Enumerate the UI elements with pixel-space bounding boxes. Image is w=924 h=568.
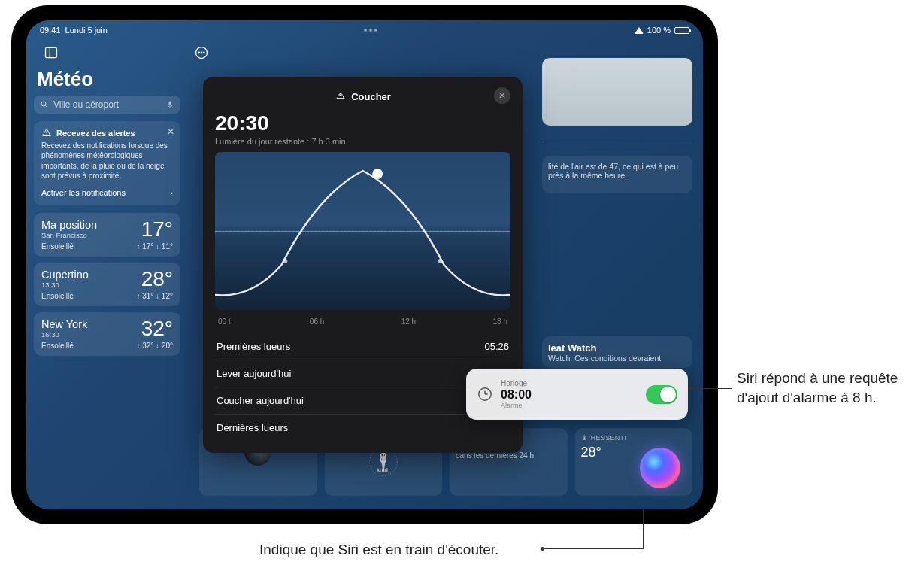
wind-value: 8 bbox=[377, 451, 389, 466]
more-icon[interactable] bbox=[190, 43, 213, 62]
sunset-time: 20:30 bbox=[215, 111, 510, 135]
svg-point-13 bbox=[438, 259, 443, 263]
divider bbox=[542, 141, 692, 141]
callout-line bbox=[541, 548, 643, 549]
city-name: New York bbox=[41, 318, 87, 330]
alert-body: Recevez des notifications lorsque des ph… bbox=[41, 141, 168, 181]
battery-icon bbox=[674, 27, 689, 34]
close-icon[interactable]: ✕ bbox=[167, 126, 174, 138]
svg-point-6 bbox=[41, 102, 46, 106]
sidebar-toggle-icon[interactable] bbox=[40, 43, 62, 62]
ipad-frame: 09:41 Lundi 5 juin 100 % Météo bbox=[11, 5, 718, 524]
sunset-icon bbox=[335, 90, 347, 102]
mic-icon[interactable] bbox=[165, 100, 174, 109]
screen: 09:41 Lundi 5 juin 100 % Météo bbox=[26, 20, 703, 509]
sun-marker bbox=[372, 169, 383, 179]
callout-alarm: Siri répond à une requête d'ajout d'alar… bbox=[737, 369, 910, 407]
svg-rect-8 bbox=[169, 102, 171, 106]
map-thumbnail[interactable] bbox=[542, 58, 692, 126]
alert-card[interactable]: ✕ Recevez des alertes Recevez des notifi… bbox=[34, 121, 180, 205]
panel-title-text: Coucher bbox=[351, 91, 391, 102]
city-card[interactable]: Cupertino 13:30 28° Ensoleillé ↑ 31° ↓ 1… bbox=[34, 263, 180, 306]
alarm-label: Alarme bbox=[501, 402, 638, 409]
svg-rect-0 bbox=[46, 47, 57, 57]
multitask-indicator[interactable] bbox=[364, 29, 377, 32]
close-button[interactable]: ✕ bbox=[494, 87, 510, 104]
sun-row-label: Dernières lueurs bbox=[217, 422, 288, 433]
clock-icon bbox=[477, 386, 493, 402]
chevron-right-icon: › bbox=[170, 187, 173, 199]
svg-point-4 bbox=[201, 52, 202, 53]
callout-line bbox=[690, 388, 732, 389]
alert-cta[interactable]: Activer les notifications › bbox=[41, 187, 173, 199]
heat-watch-sub: Watch. Ces conditions devraient bbox=[548, 354, 686, 363]
status-bar: 09:41 Lundi 5 juin 100 % bbox=[26, 20, 703, 37]
wind-unit: km/h bbox=[377, 466, 389, 473]
alarm-time: 08:00 bbox=[501, 388, 638, 402]
city-hilo: ↑ 17° ↓ 11° bbox=[136, 242, 173, 251]
alert-title: Recevez des alertes bbox=[56, 128, 135, 139]
daylight-remaining: Lumière du jour restante : 7 h 3 min bbox=[215, 137, 510, 146]
aqi-text: lité de l'air est de 47, ce qui est à pe… bbox=[548, 162, 686, 180]
siri-app-label: Horloge bbox=[501, 379, 638, 387]
city-sub: 13:30 bbox=[41, 281, 89, 289]
city-sub: 16:30 bbox=[41, 330, 87, 339]
city-hilo: ↑ 32° ↓ 20° bbox=[136, 342, 173, 350]
city-name: Ma position bbox=[41, 219, 97, 231]
horizon-line bbox=[215, 231, 510, 232]
svg-line-7 bbox=[46, 106, 48, 108]
wifi-icon bbox=[635, 27, 644, 34]
sun-row-label: Premières lueurs bbox=[217, 341, 290, 352]
siri-orb[interactable] bbox=[640, 448, 680, 488]
sun-row-label: Lever aujourd'hui bbox=[217, 368, 291, 379]
callout-siri-listening: Indique que Siri est en train d'écouter. bbox=[259, 540, 498, 560]
siri-response-card[interactable]: Horloge 08:00 Alarme bbox=[466, 369, 688, 420]
city-name: Cupertino bbox=[41, 269, 89, 281]
sidebar: Météo Ville ou aéroport ✕ Recevez des al… bbox=[26, 62, 188, 368]
city-condition: Ensoleillé bbox=[41, 292, 74, 300]
svg-point-3 bbox=[198, 52, 200, 53]
search-icon bbox=[40, 100, 49, 109]
status-time: 09:41 bbox=[40, 26, 61, 35]
search-input[interactable]: Ville ou aéroport bbox=[34, 96, 180, 114]
thermometer-icon: 🌡 bbox=[581, 434, 588, 442]
alarm-toggle[interactable] bbox=[646, 385, 677, 404]
city-card[interactable]: New York 16:30 32° Ensoleillé ↑ 32° ↓ 20… bbox=[34, 312, 180, 356]
svg-point-12 bbox=[283, 259, 287, 263]
sun-row-label: Coucher aujourd'hui bbox=[217, 395, 304, 406]
umbrella-alert-icon bbox=[41, 128, 52, 138]
sun-altitude-chart[interactable] bbox=[215, 152, 510, 310]
svg-point-9 bbox=[47, 134, 47, 135]
sun-time-row[interactable]: Dernières lueurs bbox=[215, 414, 510, 441]
city-temp: 28° bbox=[141, 269, 173, 290]
chart-x-axis: 00 h 06 h 12 h 18 h bbox=[215, 314, 510, 333]
search-placeholder: Ville ou aéroport bbox=[53, 99, 119, 110]
city-condition: Ensoleillé bbox=[41, 242, 74, 251]
city-temp: 32° bbox=[141, 318, 173, 339]
city-hilo: ↑ 31° ↓ 12° bbox=[136, 292, 173, 300]
status-date: Lundi 5 juin bbox=[65, 26, 108, 35]
sun-row-value: 05:26 bbox=[484, 341, 509, 352]
sun-time-row[interactable]: Premières lueurs05:26 bbox=[215, 333, 510, 360]
callout-line-vertical bbox=[643, 499, 644, 549]
battery-pct: 100 % bbox=[647, 26, 671, 35]
city-condition: Ensoleillé bbox=[41, 342, 74, 350]
heat-watch-title: leat Watch bbox=[548, 342, 686, 354]
city-temp: 17° bbox=[141, 219, 173, 240]
svg-point-5 bbox=[204, 52, 205, 53]
city-sub: San Francisco bbox=[41, 231, 97, 239]
city-card[interactable]: Ma position San Francisco 17° Ensoleillé… bbox=[34, 213, 180, 257]
app-title: Météo bbox=[34, 68, 180, 91]
